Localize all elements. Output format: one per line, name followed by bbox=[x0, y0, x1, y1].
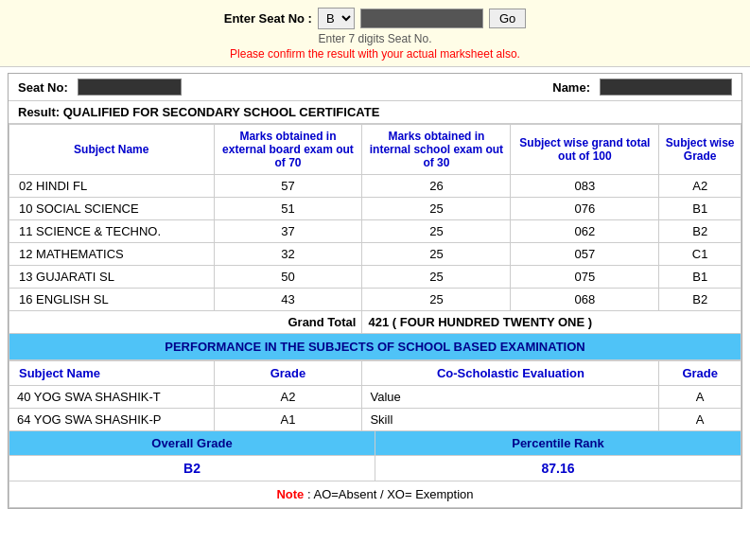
grade-cell: B1 bbox=[659, 198, 741, 220]
internal-cell: 25 bbox=[362, 243, 511, 266]
subject-cell: 12 MATHEMATICS bbox=[9, 243, 215, 266]
th-internal: Marks obtained in internal school exam o… bbox=[362, 125, 511, 175]
school-grade-cell: A1 bbox=[214, 409, 362, 431]
seat-entry-group: Enter Seat No : B Go bbox=[224, 8, 527, 29]
enter-seat-label: Enter Seat No : bbox=[224, 11, 312, 26]
grand-total-label: Grand Total bbox=[9, 311, 362, 334]
th-subject: Subject Name bbox=[9, 125, 215, 175]
percentile-value: 87.16 bbox=[375, 456, 741, 481]
internal-cell: 25 bbox=[362, 266, 511, 289]
grand-total-value: 421 ( FOUR HUNDRED TWENTY ONE ) bbox=[362, 311, 741, 334]
grade-cell: B2 bbox=[659, 220, 741, 243]
marks-table: Subject Name Marks obtained in external … bbox=[9, 124, 741, 334]
total-cell: 057 bbox=[511, 243, 659, 266]
subject-cell: 11 SCIENCE & TECHNO. bbox=[9, 220, 215, 243]
total-cell: 076 bbox=[511, 198, 659, 220]
school-grade-cell: A2 bbox=[214, 386, 362, 409]
total-cell: 075 bbox=[511, 266, 659, 289]
external-cell: 57 bbox=[214, 175, 362, 198]
result-label: Result: bbox=[18, 105, 60, 119]
name-value bbox=[600, 79, 732, 96]
internal-cell: 25 bbox=[362, 220, 511, 243]
th-grade: Subject wise Grade bbox=[659, 125, 741, 175]
marks-table-row: 10 SOCIAL SCIENCE 51 25 076 B1 bbox=[9, 198, 741, 220]
info-row: Seat No: Name: bbox=[9, 74, 741, 101]
external-cell: 51 bbox=[214, 198, 362, 220]
external-cell: 32 bbox=[214, 243, 362, 266]
marks-table-row: 12 MATHEMATICS 32 25 057 C1 bbox=[9, 243, 741, 266]
overall-grade-value: B2 bbox=[9, 456, 375, 481]
note-row: Note : AO=Absent / XO= Exemption bbox=[9, 481, 741, 508]
external-cell: 37 bbox=[214, 220, 362, 243]
school-co-grade-cell: A bbox=[659, 409, 741, 431]
grade-cell: B1 bbox=[659, 266, 741, 289]
th-grand-total: Subject wise grand total out of 100 bbox=[511, 125, 659, 175]
internal-cell: 25 bbox=[362, 198, 511, 220]
note-label: Note bbox=[276, 487, 304, 501]
bottom-grades: Overall Grade Percentile Rank bbox=[9, 431, 741, 456]
seat-prefix-select[interactable]: B bbox=[318, 8, 355, 29]
marks-table-row: 02 HINDI FL 57 26 083 A2 bbox=[9, 175, 741, 198]
result-value: QUALIFIED FOR SECONDARY SCHOOL CERTIFICA… bbox=[63, 105, 380, 119]
seat-label: Seat No: bbox=[18, 80, 68, 95]
school-subject-cell: 40 YOG SWA SHASHIK-T bbox=[9, 386, 215, 409]
grade-cell: B2 bbox=[659, 289, 741, 311]
confirm-hint: Please confirm the result with your actu… bbox=[0, 47, 750, 61]
school-th-co-grade: Grade bbox=[659, 361, 741, 386]
external-cell: 50 bbox=[214, 266, 362, 289]
school-th-subject: Subject Name bbox=[9, 361, 215, 386]
school-exam-header: PERFORMANCE IN THE SUBJECTS OF SCHOOL BA… bbox=[9, 334, 741, 360]
school-table-row: 40 YOG SWA SHASHIK-T A2 Value A bbox=[9, 386, 741, 409]
school-subject-cell: 64 YOG SWA SHASHIK-P bbox=[9, 409, 215, 431]
name-label: Name: bbox=[552, 80, 590, 95]
result-container: Seat No: Name: Result: QUALIFIED FOR SEC… bbox=[8, 73, 742, 509]
seat-number-input[interactable] bbox=[360, 9, 483, 28]
marks-table-row: 11 SCIENCE & TECHNO. 37 25 062 B2 bbox=[9, 220, 741, 243]
subject-cell: 10 SOCIAL SCIENCE bbox=[9, 198, 215, 220]
school-co-cell: Value bbox=[362, 386, 659, 409]
marks-table-row: 16 ENGLISH SL 43 25 068 B2 bbox=[9, 289, 741, 311]
total-cell: 068 bbox=[511, 289, 659, 311]
note-text: : AO=Absent / XO= Exemption bbox=[307, 487, 474, 501]
total-cell: 062 bbox=[511, 220, 659, 243]
grand-total-row: Grand Total 421 ( FOUR HUNDRED TWENTY ON… bbox=[9, 311, 741, 334]
external-cell: 43 bbox=[214, 289, 362, 311]
top-bar: Enter Seat No : B Go Enter 7 digits Seat… bbox=[0, 0, 750, 67]
internal-cell: 25 bbox=[362, 289, 511, 311]
bottom-values: B2 87.16 bbox=[9, 456, 741, 481]
overall-grade-label: Overall Grade bbox=[9, 431, 375, 455]
grade-cell: C1 bbox=[659, 243, 741, 266]
th-external: Marks obtained in external board exam ou… bbox=[214, 125, 362, 175]
seat-value bbox=[78, 79, 182, 96]
school-table-row: 64 YOG SWA SHASHIK-P A1 Skill A bbox=[9, 409, 741, 431]
grade-cell: A2 bbox=[659, 175, 741, 198]
marks-table-row: 13 GUJARATI SL 50 25 075 B1 bbox=[9, 266, 741, 289]
total-cell: 083 bbox=[511, 175, 659, 198]
subject-cell: 16 ENGLISH SL bbox=[9, 289, 215, 311]
internal-cell: 26 bbox=[362, 175, 511, 198]
school-th-co: Co-Scholastic Evaluation bbox=[362, 361, 659, 386]
percentile-label: Percentile Rank bbox=[375, 431, 741, 455]
subject-cell: 13 GUJARATI SL bbox=[9, 266, 215, 289]
school-co-grade-cell: A bbox=[659, 386, 741, 409]
digits-hint: Enter 7 digits Seat No. bbox=[0, 32, 750, 45]
school-table: Subject Name Grade Co-Scholastic Evaluat… bbox=[9, 360, 741, 431]
subject-cell: 02 HINDI FL bbox=[9, 175, 215, 198]
result-row: Result: QUALIFIED FOR SECONDARY SCHOOL C… bbox=[9, 101, 741, 124]
school-th-grade: Grade bbox=[214, 361, 362, 386]
school-co-cell: Skill bbox=[362, 409, 659, 431]
go-button[interactable]: Go bbox=[489, 9, 526, 28]
